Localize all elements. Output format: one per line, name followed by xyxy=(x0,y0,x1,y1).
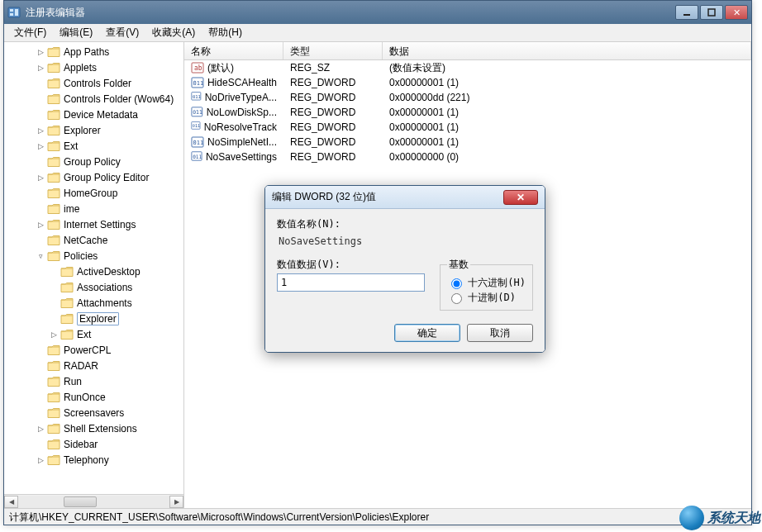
menu-favorites[interactable]: 收藏夹(A) xyxy=(145,24,202,41)
tree-item[interactable]: HomeGroup xyxy=(4,185,183,201)
radio-dec-label: 十进制(D) xyxy=(468,291,516,305)
list-body[interactable]: ab(默认)REG_SZ(数值未设置)011HideSCAHealthREG_D… xyxy=(184,60,751,164)
titlebar[interactable]: 注册表编辑器 ✕ xyxy=(4,1,751,24)
tree-item-label: HomeGroup xyxy=(64,188,117,199)
menu-help[interactable]: 帮助(H) xyxy=(202,24,249,41)
value-name: NoResolveTrack xyxy=(204,121,277,133)
tree-item-label: Policies xyxy=(64,250,98,262)
value-data-input[interactable] xyxy=(277,273,425,292)
menu-view[interactable]: 查看(V) xyxy=(99,24,145,41)
list-row[interactable]: 011NoSaveSettingsREG_DWORD0x00000000 (0) xyxy=(184,150,751,164)
dialog-close-button[interactable]: ✕ xyxy=(503,190,538,205)
cancel-button[interactable]: 取消 xyxy=(467,324,533,342)
scroll-right-button[interactable]: ▶ xyxy=(169,496,183,508)
base-fieldset: 基数 十六进制(H) 十进制(D) xyxy=(440,258,533,311)
menu-file[interactable]: 文件(F) xyxy=(7,24,53,41)
tree-item[interactable]: ActiveDesktop xyxy=(4,264,183,279)
statusbar: 计算机\HKEY_CURRENT_USER\Software\Microsoft… xyxy=(4,508,751,525)
svg-rect-1 xyxy=(10,9,13,12)
tree-item[interactable]: ▿Policies xyxy=(4,248,183,264)
list-row[interactable]: 011NoResolveTrackREG_DWORD0x00000001 (1) xyxy=(184,120,751,135)
column-header-data[interactable]: 数据 xyxy=(383,42,751,59)
svg-text:011: 011 xyxy=(193,123,200,128)
tree-item[interactable]: Controls Folder xyxy=(4,75,183,91)
list-row[interactable]: 011NoDriveTypeA...REG_DWORD0x000000dd (2… xyxy=(184,90,751,105)
tree-item[interactable]: NetCache xyxy=(4,232,183,248)
cell-data: 0x00000000 (0) xyxy=(383,151,751,163)
radio-dec[interactable] xyxy=(451,293,462,304)
maximize-button[interactable] xyxy=(700,5,723,20)
radio-hex[interactable] xyxy=(451,278,462,289)
tree-item[interactable]: ▷Internet Settings xyxy=(4,216,183,232)
scroll-left-button[interactable]: ◀ xyxy=(4,496,18,508)
svg-text:ab: ab xyxy=(194,64,202,72)
cell-name: 011NoResolveTrack xyxy=(184,121,283,134)
tree-item[interactable]: Sidebar xyxy=(4,436,183,452)
svg-text:011: 011 xyxy=(193,154,202,159)
minimize-button[interactable] xyxy=(675,5,698,20)
list-row[interactable]: 011HideSCAHealthREG_DWORD0x00000001 (1) xyxy=(184,75,751,90)
tree-item[interactable]: ▷Applets xyxy=(4,59,183,75)
folder-icon xyxy=(47,156,60,168)
tree-item[interactable]: Controls Folder (Wow64) xyxy=(4,91,183,107)
folder-icon xyxy=(47,109,60,121)
menu-edit[interactable]: 编辑(E) xyxy=(53,24,99,41)
cell-type: REG_SZ xyxy=(283,62,383,74)
tree-item[interactable]: ime xyxy=(4,201,183,216)
tree-item-label: Explorer xyxy=(64,125,101,136)
expander-open-icon[interactable]: ▿ xyxy=(36,252,45,260)
value-name-display: NoSaveSettings xyxy=(277,233,533,249)
scroll-track[interactable] xyxy=(18,496,169,508)
expander-closed-icon[interactable]: ▷ xyxy=(36,173,45,182)
list-row[interactable]: 011NoSimpleNetI...REG_DWORD0x00000001 (1… xyxy=(184,135,751,150)
tree-item[interactable]: Associations xyxy=(4,279,183,295)
expander-closed-icon[interactable]: ▷ xyxy=(36,221,45,229)
horizontal-scrollbar[interactable]: ◀ ▶ xyxy=(4,494,183,508)
tree-item[interactable]: Screensavers xyxy=(4,405,183,420)
watermark: 系统天地 xyxy=(679,506,760,530)
radio-hex-row[interactable]: 十六进制(H) xyxy=(447,275,526,290)
expander-closed-icon[interactable]: ▷ xyxy=(36,456,45,464)
tree-item-label: Ext xyxy=(64,140,78,152)
expander-closed-icon[interactable]: ▷ xyxy=(36,126,45,135)
tree-item-label: RADAR xyxy=(64,360,98,372)
tree-view[interactable]: ▷App Paths▷AppletsControls FolderControl… xyxy=(4,42,183,493)
radio-dec-row[interactable]: 十进制(D) xyxy=(447,290,526,305)
list-row[interactable]: 011NoLowDiskSp...REG_DWORD0x00000001 (1) xyxy=(184,105,751,120)
column-header-name[interactable]: 名称 xyxy=(184,42,283,59)
tree-item[interactable]: Explorer xyxy=(4,311,183,326)
tree-item[interactable]: ▷Ext xyxy=(4,326,183,342)
value-name: NoLowDiskSp... xyxy=(207,107,277,118)
tree-item[interactable]: RunOnce xyxy=(4,389,183,405)
scroll-thumb[interactable] xyxy=(64,496,97,507)
tree-item-label: Group Policy xyxy=(64,156,121,168)
tree-item[interactable]: ▷App Paths xyxy=(4,44,183,59)
tree-item[interactable]: Group Policy xyxy=(4,154,183,169)
dialog-titlebar[interactable]: 编辑 DWORD (32 位)值 ✕ xyxy=(265,186,545,209)
tree-item[interactable]: ▷Group Policy Editor xyxy=(4,169,183,185)
expander-closed-icon[interactable]: ▷ xyxy=(36,48,45,56)
tree-item[interactable]: Run xyxy=(4,373,183,389)
list-header[interactable]: 名称 类型 数据 xyxy=(184,42,751,60)
svg-text:011: 011 xyxy=(193,94,201,99)
tree-item[interactable]: ▷Explorer xyxy=(4,122,183,138)
tree-item[interactable]: PowerCPL xyxy=(4,342,183,358)
tree-item[interactable]: Device Metadata xyxy=(4,107,183,122)
ok-button[interactable]: 确定 xyxy=(394,324,460,342)
expander-closed-icon[interactable]: ▷ xyxy=(36,64,45,72)
cell-name: 011NoDriveTypeA... xyxy=(184,91,283,104)
tree-item[interactable]: ▷Shell Extensions xyxy=(4,420,183,436)
expander-closed-icon[interactable]: ▷ xyxy=(36,425,45,433)
cell-data: 0x00000001 (1) xyxy=(383,136,751,148)
tree-item[interactable]: ▷Telephony xyxy=(4,452,183,468)
tree-pane: ▷App Paths▷AppletsControls FolderControl… xyxy=(4,42,184,508)
tree-item[interactable]: Attachments xyxy=(4,295,183,311)
close-button[interactable]: ✕ xyxy=(725,5,748,20)
column-header-type[interactable]: 类型 xyxy=(283,42,383,59)
tree-item[interactable]: ▷Ext xyxy=(4,138,183,154)
cell-type: REG_DWORD xyxy=(283,151,383,163)
list-row[interactable]: ab(默认)REG_SZ(数值未设置) xyxy=(184,60,751,75)
expander-closed-icon[interactable]: ▷ xyxy=(49,330,59,339)
tree-item[interactable]: RADAR xyxy=(4,358,183,373)
expander-closed-icon[interactable]: ▷ xyxy=(36,142,45,150)
